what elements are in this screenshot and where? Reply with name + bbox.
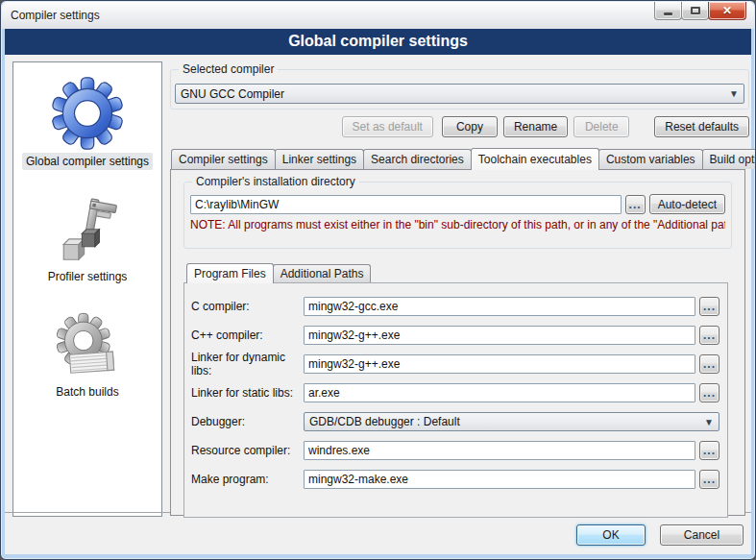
tab-toolchain-executables[interactable]: Toolchain executables: [471, 148, 599, 170]
browse-dynamic-linker-button[interactable]: ...: [699, 354, 719, 374]
browse-c-compiler-button[interactable]: ...: [699, 297, 719, 316]
resource-compiler-input[interactable]: [304, 441, 695, 460]
field-row-make-program: Make program: ...: [191, 470, 719, 489]
field-label: Make program:: [191, 473, 304, 486]
minimize-icon: [664, 12, 672, 15]
installation-directory-label: Compiler's installation directory: [192, 175, 359, 188]
installation-note: NOTE: All programs must exist either in …: [190, 218, 725, 231]
program-files-panel: C compiler: ... C++ compiler: ... Linker…: [183, 282, 728, 518]
browse-resource-compiler-button[interactable]: ...: [699, 441, 719, 460]
debugger-value: GDB/CDB debugger : Default: [309, 415, 460, 428]
field-row-resource-compiler: Resource compiler: ...: [191, 441, 719, 460]
chevron-down-icon: ▼: [704, 417, 714, 427]
compiler-action-buttons: Set as default Copy Rename Delete Reset …: [170, 116, 749, 137]
minimize-button[interactable]: [654, 2, 682, 20]
field-label: Debugger:: [191, 415, 304, 428]
close-icon: ✕: [722, 4, 732, 17]
field-row-debugger: Debugger: GDB/CDB debugger : Default ▼: [191, 412, 719, 431]
toolchain-executables-page: Compiler's installation directory ... Au…: [170, 169, 745, 516]
dialog-footer: OK Cancel: [576, 524, 744, 546]
installation-directory-group: Compiler's installation directory ... Au…: [183, 182, 732, 249]
dynamic-linker-input[interactable]: [304, 354, 695, 374]
page-title: Global compiler settings: [5, 29, 751, 55]
rename-button[interactable]: Rename: [503, 116, 568, 137]
sidebar-item-global-compiler-settings[interactable]: Global compiler settings: [13, 62, 161, 183]
sidebar-item-label: Profiler settings: [44, 268, 132, 285]
programs-tabstrip: Program Files Additional Paths: [183, 262, 732, 282]
auto-detect-button[interactable]: Auto-detect: [649, 194, 725, 214]
sidebar-item-label: Global compiler settings: [22, 153, 153, 170]
tab-linker-settings[interactable]: Linker settings: [275, 149, 364, 169]
titlebar: Compiler settings ✕: [2, 2, 754, 29]
tab-compiler-settings[interactable]: Compiler settings: [171, 149, 276, 169]
settings-tabstrip: Compiler settings Linker settings Search…: [170, 147, 749, 169]
selected-compiler-dropdown[interactable]: GNU GCC Compiler ▼: [175, 84, 744, 104]
c-compiler-input[interactable]: [304, 297, 695, 316]
close-button[interactable]: ✕: [708, 2, 746, 20]
reset-defaults-button[interactable]: Reset defaults: [654, 116, 749, 137]
browse-cpp-compiler-button[interactable]: ...: [699, 326, 719, 345]
static-linker-input[interactable]: [304, 383, 695, 402]
dialog-client-area: Global compiler settings Global compiler…: [5, 29, 751, 554]
field-label: Resource compiler:: [191, 444, 304, 457]
debugger-dropdown[interactable]: GDB/CDB debugger : Default ▼: [304, 412, 719, 431]
tab-search-directories[interactable]: Search directories: [363, 149, 472, 169]
tab-build-options[interactable]: Build options: [702, 149, 756, 169]
window-title: Compiler settings: [11, 9, 100, 22]
cpp-compiler-input[interactable]: [304, 326, 695, 345]
maximize-button[interactable]: [681, 2, 709, 20]
field-label: Linker for dynamic libs:: [191, 351, 304, 377]
gray-gear-stack-icon: [53, 312, 122, 381]
main-panel: Selected compiler GNU GCC Compiler ▼ Set…: [170, 61, 749, 516]
tab-program-files[interactable]: Program Files: [186, 263, 274, 283]
browse-directory-button[interactable]: ...: [625, 195, 646, 214]
settings-category-list: Global compiler settings: [12, 61, 162, 517]
field-label: Linker for static libs:: [191, 386, 304, 400]
delete-button[interactable]: Delete: [573, 116, 629, 137]
tab-additional-paths[interactable]: Additional Paths: [273, 264, 372, 282]
browse-make-program-button[interactable]: ...: [699, 470, 719, 489]
tab-custom-variables[interactable]: Custom variables: [598, 149, 703, 169]
sidebar-item-label: Batch builds: [52, 383, 122, 401]
window-controls: ✕: [654, 2, 746, 20]
sidebar-item-batch-builds[interactable]: Batch builds: [13, 299, 161, 414]
ok-button[interactable]: OK: [576, 524, 646, 546]
set-as-default-button[interactable]: Set as default: [342, 116, 433, 137]
chevron-down-icon: ▼: [729, 88, 739, 99]
field-label: C++ compiler:: [191, 329, 304, 342]
selected-compiler-group-label: Selected compiler: [179, 62, 278, 76]
field-row-c-compiler: C compiler: ...: [191, 297, 719, 316]
blue-gear-icon: [50, 76, 125, 151]
maximize-icon: [691, 7, 700, 14]
field-row-cpp-compiler: C++ compiler: ...: [191, 326, 719, 345]
field-row-dynamic-linker: Linker for dynamic libs: ...: [191, 354, 719, 374]
selected-compiler-value: GNU GCC Compiler: [181, 87, 284, 101]
compiler-settings-window: Compiler settings ✕ Global compiler sett…: [0, 0, 756, 560]
make-program-input[interactable]: [304, 470, 695, 489]
field-label: C compiler:: [191, 300, 304, 313]
copy-button[interactable]: Copy: [442, 116, 498, 137]
caliper-icon: [53, 197, 122, 266]
installation-directory-input[interactable]: [190, 195, 622, 214]
selected-compiler-group: Selected compiler GNU GCC Compiler ▼: [170, 69, 749, 110]
browse-static-linker-button[interactable]: ...: [699, 383, 719, 402]
field-row-static-linker: Linker for static libs: ...: [191, 383, 719, 402]
cancel-button[interactable]: Cancel: [660, 524, 744, 546]
sidebar-item-profiler-settings[interactable]: Profiler settings: [13, 183, 161, 299]
